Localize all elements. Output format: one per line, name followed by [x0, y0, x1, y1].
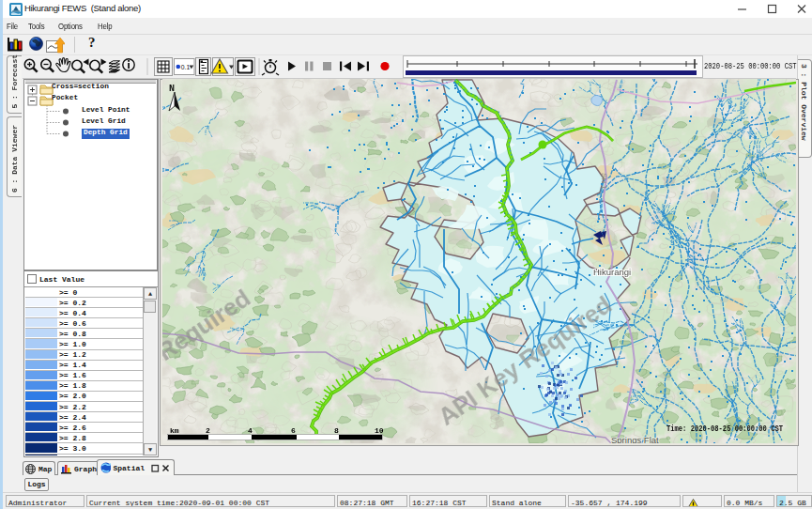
svg-text:km: km: [170, 426, 179, 435]
svg-text:Springs Flat: Springs Flat: [611, 435, 659, 443]
svg-text:6: 6: [291, 426, 296, 435]
svg-text:0.1: 0.1: [181, 64, 191, 70]
svg-text:N: N: [169, 84, 175, 94]
svg-text:SH 1: SH 1: [600, 173, 608, 190]
svg-text:Hikurangi: Hikurangi: [593, 267, 631, 277]
svg-text:4: 4: [248, 426, 253, 435]
svg-text:Time: 2020-08-25 00:00:00 CST: Time: 2020-08-25 00:00:00 CST: [666, 424, 783, 434]
svg-text:2: 2: [206, 426, 210, 435]
svg-text:10: 10: [375, 426, 384, 435]
svg-text:8: 8: [334, 426, 339, 435]
